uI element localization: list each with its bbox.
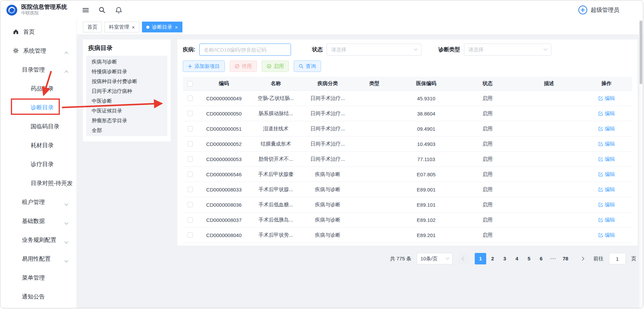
- select-all-checkbox[interactable]: [187, 81, 193, 86]
- edit-icon: [598, 111, 603, 116]
- cell-category: 疾病与诊断: [301, 171, 354, 178]
- sidebar-item-business-rules[interactable]: 业务规则配置: [0, 230, 77, 249]
- cell-category: 日间手术治疗...: [301, 141, 354, 147]
- user-menu[interactable]: 超级管理员: [578, 5, 619, 15]
- chevron-up-icon: [65, 51, 68, 57]
- edit-button[interactable]: 编辑: [581, 202, 632, 208]
- tab-department-management[interactable]: 科室管理 ×: [105, 22, 139, 32]
- catalog-item-tumor-morphology[interactable]: 肿瘤形态学目录: [86, 115, 167, 125]
- sidebar-item-system-management[interactable]: 系统管理: [0, 41, 77, 60]
- sidebar-item-diagnosis-catalog[interactable]: 诊断目录: [0, 98, 77, 117]
- disable-button[interactable]: 停用: [230, 60, 257, 72]
- sidebar-item-consumables-catalog[interactable]: 耗材目录: [0, 136, 77, 155]
- diagnosis-table: 编码 名称 疾病分类 类型 医保编码 状态 描述 操作: [183, 77, 632, 243]
- pagination: 共 775 条 10条/页 1 2 3 4 5 6: [177, 253, 638, 264]
- page-button[interactable]: 2: [487, 253, 498, 264]
- cell-name: 手术后甲状腺...: [250, 186, 301, 193]
- tab-home[interactable]: 首页: [83, 22, 102, 32]
- sidebar-item-tenant-management[interactable]: 租户管理: [0, 192, 77, 211]
- row-checkbox[interactable]: [187, 187, 193, 192]
- cell-category: 疾病与诊断: [301, 202, 354, 208]
- goto-page-input[interactable]: [609, 253, 626, 264]
- edit-button[interactable]: 编辑: [581, 156, 632, 162]
- edit-button[interactable]: 编辑: [581, 217, 632, 223]
- chevron-down-icon: [65, 240, 68, 247]
- circle-slash-icon: [235, 64, 239, 69]
- row-checkbox[interactable]: [187, 156, 193, 162]
- cell-insurance: 77.1103: [394, 156, 458, 162]
- query-button[interactable]: 查询: [294, 60, 321, 72]
- row-checkbox[interactable]: [187, 202, 193, 207]
- edit-button[interactable]: 编辑: [581, 126, 632, 132]
- tab-label: 科室管理: [109, 24, 129, 30]
- more-pages-icon[interactable]: ···: [548, 253, 559, 264]
- row-checkbox[interactable]: [187, 111, 193, 116]
- row-checkbox[interactable]: [187, 141, 193, 147]
- scrollbar-thumb[interactable]: [640, 21, 642, 84]
- app-logo-icon: [6, 4, 18, 16]
- tab-diagnosis-catalog[interactable]: 诊断目录 ×: [142, 22, 182, 32]
- cell-status: 启用: [458, 171, 517, 178]
- sidebar-item-home[interactable]: 首页: [0, 22, 77, 41]
- sidebar-item-catalog-management[interactable]: 目录管理: [0, 60, 77, 79]
- catalog-item-disease-diagnosis[interactable]: 疾病与诊断: [86, 57, 167, 67]
- page-button[interactable]: 3: [499, 253, 510, 264]
- row-checkbox[interactable]: [187, 217, 193, 223]
- sidebar-item-notice[interactable]: 通知公告: [0, 287, 77, 306]
- next-page-button[interactable]: [577, 253, 588, 264]
- table-row: CD0000008036 手术后低血糖... 疾病与诊断 E89.101 启用 …: [183, 197, 632, 212]
- table-row: CD0000000050 肠系膜动脉结... 日间手术治疗... 38.8604…: [183, 106, 632, 121]
- catalog-item-tcm-diagnosis[interactable]: 中医诊断: [86, 96, 167, 106]
- edit-icon: [598, 96, 603, 101]
- sidebar-item-drug-catalog[interactable]: 药品目录: [0, 79, 77, 98]
- catalog-item-payment-by-disease[interactable]: 按病种目录付费诊断: [86, 76, 167, 86]
- row-checkbox[interactable]: [187, 232, 193, 238]
- diagnosis-type-select[interactable]: 请选择: [464, 44, 551, 56]
- sidebar-item-menu-management[interactable]: 菜单管理: [0, 268, 77, 287]
- sidebar-item-national-code-catalog[interactable]: 国临码目录: [0, 117, 77, 136]
- row-checkbox[interactable]: [187, 172, 193, 177]
- page-button[interactable]: 5: [523, 253, 535, 264]
- cell-insurance: E89.101: [394, 202, 458, 208]
- prev-page-button[interactable]: [458, 253, 469, 264]
- disable-label: 停用: [242, 63, 252, 70]
- edit-button[interactable]: 编辑: [581, 95, 632, 102]
- home-icon: [12, 28, 19, 35]
- menu-collapse-icon[interactable]: [82, 7, 89, 14]
- user-name: 超级管理员: [591, 6, 619, 14]
- chevron-right-icon: [580, 257, 584, 260]
- edit-button[interactable]: 编辑: [581, 171, 632, 178]
- bell-icon[interactable]: [115, 6, 122, 14]
- add-item-button[interactable]: 添加新项目: [183, 60, 225, 72]
- sidebar-item-treatment-catalog[interactable]: 诊疗目录: [0, 155, 77, 174]
- diagnosis-table-card: 疾病: 状态 请选择 诊断类型: [177, 40, 638, 246]
- cell-category: 疾病与诊断: [301, 186, 354, 193]
- edit-button[interactable]: 编辑: [581, 232, 632, 238]
- sidebar-item-usability-config[interactable]: 易用性配置: [0, 249, 77, 268]
- page-size-select[interactable]: 10条/页: [417, 253, 452, 264]
- search-icon[interactable]: [98, 6, 106, 14]
- catalog-item-tcm-syndrome[interactable]: 中医证候目录: [86, 106, 167, 115]
- enable-button[interactable]: 启用: [262, 60, 289, 72]
- page-button[interactable]: 1: [475, 253, 486, 264]
- page-button[interactable]: 78: [560, 253, 571, 264]
- row-checkbox[interactable]: [187, 96, 193, 101]
- page-button[interactable]: 4: [511, 253, 523, 264]
- sidebar-item-basic-data[interactable]: 基础数据: [0, 211, 77, 230]
- catalog-item-all[interactable]: 全部: [86, 125, 167, 135]
- catalog-item-chronic[interactable]: 特慢病诊断目录: [86, 67, 167, 76]
- cell-status: 启用: [458, 95, 517, 102]
- page-button[interactable]: 6: [535, 253, 547, 264]
- edit-button[interactable]: 编辑: [581, 186, 632, 193]
- status-select[interactable]: 请选择: [327, 44, 421, 56]
- close-icon[interactable]: ×: [175, 25, 178, 30]
- close-icon[interactable]: ×: [132, 25, 135, 30]
- cell-status: 启用: [458, 110, 517, 117]
- edit-icon: [598, 141, 603, 147]
- edit-button[interactable]: 编辑: [581, 141, 632, 147]
- disease-search-input[interactable]: [199, 44, 291, 56]
- sidebar-item-catalog-mapping[interactable]: 目录对照-待开发: [0, 174, 77, 192]
- edit-button[interactable]: 编辑: [581, 110, 632, 117]
- catalog-item-day-surgery[interactable]: 日间手术治疗病种: [86, 86, 167, 96]
- row-checkbox[interactable]: [187, 126, 193, 131]
